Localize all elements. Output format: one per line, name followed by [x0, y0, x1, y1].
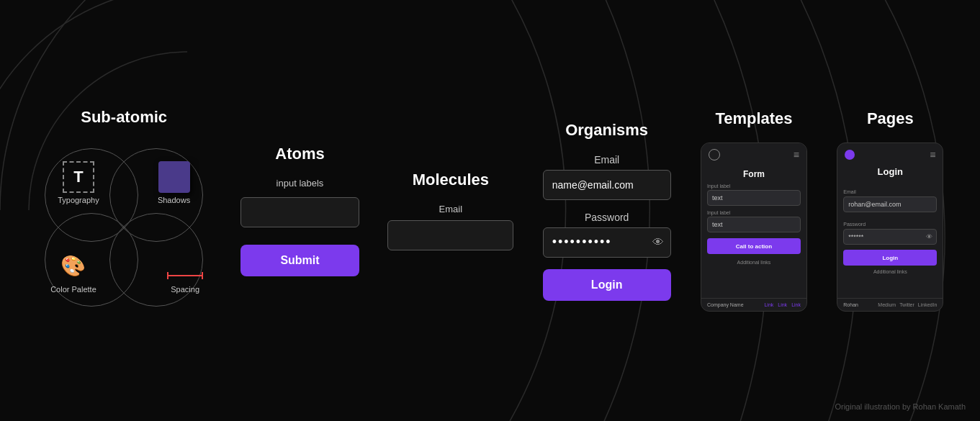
- template-circle: [709, 149, 720, 160]
- typography-label: Typography: [58, 196, 99, 204]
- template-footer-link-2[interactable]: Link: [778, 302, 787, 307]
- molecules-email-label: Email: [439, 204, 463, 214]
- organisms-title: Organisms: [565, 121, 648, 140]
- page-login-button[interactable]: Login: [843, 250, 937, 266]
- venn-diagram: T Typography Shadows 🎨 Color Palette: [37, 141, 210, 314]
- page-email-group: Email rohan@email.com: [843, 184, 937, 212]
- pages-title: Pages: [867, 109, 914, 128]
- template-field2-label: Input label: [707, 210, 801, 215]
- page-mockup: ≡ Login Email rohan@email.com Password *…: [837, 142, 943, 312]
- spacing-label: Spacing: [171, 285, 199, 294]
- template-field1-label: Input label: [707, 184, 801, 189]
- shadows-icon: [158, 161, 190, 193]
- page-additional-links: Additional links: [843, 269, 937, 274]
- template-field2[interactable]: text: [707, 217, 801, 232]
- template-company: Company Name: [707, 302, 744, 307]
- template-mockup: ≡ Form Input label text Input label text…: [701, 142, 807, 312]
- atoms-input[interactable]: [240, 197, 359, 227]
- main-layout: Sub-atomic T Typography Shadows 🎨 Color …: [0, 0, 980, 421]
- spacing-item: Spacing: [167, 269, 203, 294]
- template-footer-link-1[interactable]: Link: [764, 302, 773, 307]
- organisms-password-label: Password: [585, 212, 629, 223]
- templates-title: Templates: [715, 109, 792, 128]
- page-footer-twitter[interactable]: Twitter: [899, 302, 914, 307]
- template-field1[interactable]: text: [707, 190, 801, 206]
- organisms-section: Organisms Email Password 👁 Login: [536, 121, 677, 301]
- eye-icon[interactable]: 👁: [652, 236, 664, 249]
- template-menu-icon: ≡: [794, 149, 799, 160]
- spacing-cap-right: [202, 272, 203, 279]
- page-password-label: Password: [843, 222, 866, 227]
- subatomic-section: Sub-atomic T Typography Shadows 🎨 Color …: [30, 108, 217, 314]
- molecules-section: Molecules Email: [382, 171, 519, 250]
- template-form-title: Form: [701, 166, 806, 184]
- page-footer-medium[interactable]: Medium: [878, 302, 896, 307]
- page-footer-user: Rohan: [843, 302, 858, 307]
- template-additional-links: Additional links: [707, 260, 801, 265]
- page-menu-icon: ≡: [930, 149, 935, 160]
- organisms-password-wrapper: 👁: [543, 227, 671, 258]
- shadows-label: Shadows: [158, 196, 190, 204]
- spacing-line: [168, 275, 202, 276]
- page-email-field[interactable]: rohan@email.com: [843, 196, 937, 212]
- page-topbar: ≡: [837, 143, 943, 166]
- template-footer-link-3[interactable]: Link: [791, 302, 801, 307]
- molecules-email-input[interactable]: [387, 220, 513, 250]
- templates-section: Templates ≡ Form Input label text Input …: [694, 109, 813, 312]
- template-body: Input label text Input label text Call t…: [701, 184, 806, 298]
- page-footer-linkedin[interactable]: LinkedIn: [918, 302, 937, 307]
- molecules-title: Molecules: [413, 171, 489, 189]
- page-eye-icon: 👁: [926, 233, 932, 240]
- template-topbar: ≡: [701, 143, 806, 166]
- atoms-section: Atoms input labels Submit: [235, 145, 364, 276]
- template-footer-links: Link Link Link: [764, 302, 801, 307]
- page-footer: Rohan Medium Twitter LinkedIn: [837, 298, 943, 311]
- template-field1-group: Input label text: [707, 184, 801, 206]
- shadows-item: Shadows: [158, 161, 190, 204]
- organisms-login-button[interactable]: Login: [543, 269, 671, 301]
- pages-section: Pages ≡ Login Email rohan@email.com Pass…: [831, 109, 950, 312]
- page-body: Login Email rohan@email.com Password ***…: [837, 166, 943, 298]
- page-password-field[interactable]: ****** 👁: [843, 229, 937, 245]
- spacing-icon: [167, 269, 203, 282]
- page-login-title: Login: [843, 166, 937, 180]
- page-email-label: Email: [843, 189, 856, 194]
- page-dot: [845, 150, 855, 160]
- color-palette-item: 🎨 Color Palette: [50, 250, 96, 294]
- atoms-submit-button[interactable]: Submit: [240, 245, 359, 276]
- palette-label: Color Palette: [50, 285, 96, 294]
- typography-item: T Typography: [58, 161, 99, 204]
- organisms-email-label: Email: [594, 154, 619, 166]
- page-password-group: Password ****** 👁: [843, 216, 937, 245]
- template-field2-group: Input label text: [707, 210, 801, 232]
- page-footer-links: Medium Twitter LinkedIn: [878, 302, 937, 307]
- typography-icon: T: [63, 161, 94, 193]
- atoms-sublabel: input labels: [277, 178, 324, 189]
- subatomic-title: Sub-atomic: [81, 108, 167, 127]
- organisms-email-input[interactable]: [543, 170, 671, 200]
- template-cta-button[interactable]: Call to action: [707, 238, 801, 254]
- template-footer: Company Name Link Link Link: [701, 298, 806, 311]
- atoms-title: Atoms: [275, 145, 324, 163]
- palette-icon: 🎨: [58, 250, 89, 282]
